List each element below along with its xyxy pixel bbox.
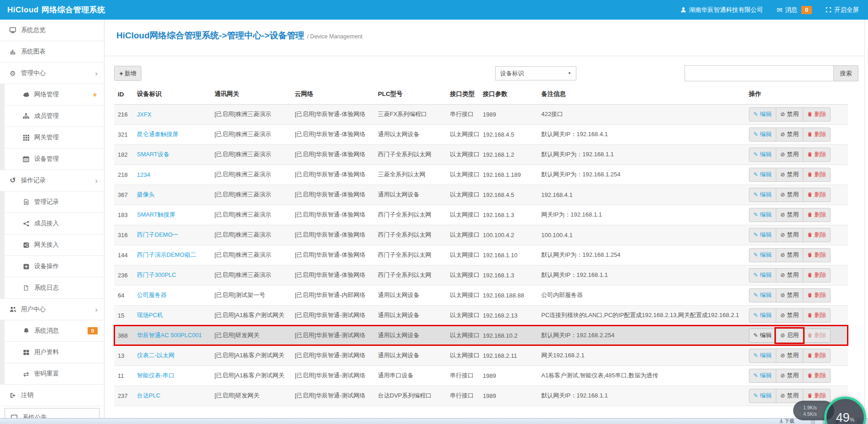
disable-button[interactable]: ⊘禁用	[776, 107, 803, 122]
device-name-link[interactable]: 摄像头	[137, 191, 155, 198]
table-row: 182SMART设备[已启用]株洲三菱演示[已启用]华辰智通-体验网络西门子全系…	[114, 144, 848, 164]
device-gateway: [已启用]研发网关	[214, 392, 259, 399]
disable-button[interactable]: ⊘禁用	[776, 168, 803, 182]
sidebar-item-label: 系统日志	[34, 284, 59, 292]
sidebar-item[interactable]: 系统消息0	[0, 320, 104, 342]
edit-button[interactable]: ✎编辑	[749, 329, 776, 343]
device-plc-model: 台达DVP系列编程口	[378, 392, 432, 399]
add-button[interactable]: +新增	[114, 66, 141, 81]
disable-button[interactable]: ⊘禁用	[776, 389, 803, 403]
sidebar-item[interactable]: 网络管理★	[0, 84, 104, 106]
device-gateway: [已启用]株洲三菱演示	[214, 151, 271, 158]
sidebar-item[interactable]: 注销	[0, 385, 104, 406]
disable-button[interactable]: ⊘禁用	[776, 349, 803, 363]
delete-button[interactable]: 删除	[803, 208, 831, 222]
edit-button[interactable]: ✎编辑	[749, 349, 776, 363]
edit-button[interactable]: ✎编辑	[749, 288, 776, 302]
sidebar-item[interactable]: 系统图表	[0, 41, 104, 63]
upload-arrow-icon: ↑	[799, 405, 801, 410]
device-name-link[interactable]: 台达PLC	[137, 392, 160, 399]
edit-button[interactable]: ✎编辑	[749, 228, 776, 242]
sidebar-item-label: 设备操作	[34, 262, 59, 270]
device-cloud-network: [已启用]华辰智通-体验网络	[295, 271, 366, 278]
disable-button[interactable]: ⊘禁用	[776, 188, 803, 202]
delete-button[interactable]: 删除	[803, 268, 831, 282]
sidebar-item[interactable]: 管理记录	[0, 191, 104, 213]
edit-button[interactable]: ✎编辑	[749, 107, 776, 122]
browser-download-item[interactable]: 下载	[779, 418, 795, 424]
sidebar-item[interactable]: 设备管理	[0, 148, 104, 170]
edit-button[interactable]: ✎编辑	[749, 168, 776, 182]
edit-button[interactable]: ✎编辑	[749, 127, 776, 142]
disable-button[interactable]: ⊘禁用	[776, 308, 803, 323]
device-name-link[interactable]: 华辰智通AC 500PLC001	[137, 332, 202, 339]
sidebar-item-label: 用户中心	[21, 305, 46, 313]
sidebar-item[interactable]: 成员接入	[0, 213, 104, 234]
device-note: 192.168.4.1	[541, 191, 573, 198]
delete-button[interactable]: 删除	[803, 188, 831, 202]
device-name-link[interactable]: 智能仪表-串口	[137, 372, 174, 379]
messages-button[interactable]: ✉ 消息 0	[777, 6, 812, 14]
device-name-link[interactable]: JXFX	[137, 111, 152, 118]
edit-button[interactable]: ✎编辑	[749, 369, 776, 383]
disable-button[interactable]: ⊘禁用	[776, 127, 803, 142]
device-name-link[interactable]: SMART设备	[137, 151, 169, 158]
delete-button[interactable]: 删除	[803, 308, 831, 323]
delete-button[interactable]: 删除	[803, 148, 831, 162]
sidebar-item[interactable]: ⚙管理中心›	[0, 63, 104, 84]
edit-button[interactable]: ✎编辑	[749, 389, 776, 403]
disable-button[interactable]: ⊘禁用	[776, 208, 803, 222]
device-plc-model: 通用以太网设备	[378, 191, 419, 198]
sidebar-item[interactable]: 网关管理	[0, 127, 104, 148]
edit-button[interactable]: ✎编辑	[749, 268, 776, 282]
edit-button[interactable]: ✎编辑	[749, 188, 776, 202]
sidebar-item[interactable]: 系统总览	[0, 20, 104, 41]
delete-button[interactable]: 删除	[803, 228, 831, 242]
row-actions: ✎编辑⊘禁用删除	[749, 107, 831, 122]
edit-button[interactable]: ✎编辑	[749, 148, 776, 162]
edit-button[interactable]: ✎编辑	[749, 248, 776, 262]
sidebar-item[interactable]: 用户资料	[0, 342, 104, 363]
sidebar-item[interactable]: 系统日志	[0, 277, 104, 299]
delete-button[interactable]: 删除	[803, 127, 831, 142]
disable-button[interactable]: ⊘禁用	[776, 369, 803, 383]
enable-button[interactable]: ⊘启用	[776, 329, 803, 343]
edit-button[interactable]: ✎编辑	[749, 308, 776, 323]
delete-button[interactable]: 删除	[803, 349, 831, 363]
search-input[interactable]	[685, 65, 834, 81]
disable-button[interactable]: ⊘禁用	[776, 268, 803, 282]
device-name-link[interactable]: 西门子300PLC	[137, 271, 176, 278]
sidebar-item[interactable]: 网关接入	[0, 234, 104, 256]
account-menu[interactable]: 湖南华辰智通科技有限公司	[680, 6, 763, 14]
search-button[interactable]: 搜索	[833, 65, 858, 81]
sidebar-item[interactable]: ⇄密码重置	[0, 363, 104, 385]
disable-button[interactable]: ⊘禁用	[776, 148, 803, 162]
device-plc-model: 三菱FX系列编程口	[378, 111, 427, 117]
delete-button[interactable]: 删除	[803, 248, 831, 262]
calendar-icon	[21, 156, 31, 162]
device-name-link[interactable]: 仪表二-以太网	[137, 352, 174, 359]
sidebar-item[interactable]: 用户中心›	[0, 299, 104, 320]
sidebar-item[interactable]: 设备操作	[0, 256, 104, 277]
disable-button[interactable]: ⊘禁用	[776, 248, 803, 262]
delete-button[interactable]: 删除	[803, 288, 831, 302]
delete-button[interactable]: 删除	[803, 107, 831, 122]
device-name-link[interactable]: 昆仑通泰触摸屏	[137, 131, 178, 138]
delete-button[interactable]: 删除	[803, 168, 831, 182]
device-name-link[interactable]: SMART触摸屏	[137, 211, 175, 218]
device-name-link[interactable]: 西门子演示DEMO箱二	[137, 251, 196, 258]
disable-button[interactable]: ⊘禁用	[776, 288, 803, 302]
delete-button[interactable]: 删除	[803, 329, 831, 343]
device-name-link[interactable]: 西门子DEMO一	[137, 231, 178, 238]
device-name-link[interactable]: 1234	[137, 171, 150, 178]
sidebar-item[interactable]: 成员管理	[0, 106, 104, 127]
device-plc-model: 通用以太网设备	[378, 352, 419, 359]
fullscreen-button[interactable]: 开启全屏	[826, 6, 859, 14]
delete-button[interactable]: 删除	[803, 369, 831, 383]
sidebar-item[interactable]: ↺操作记录›	[0, 170, 104, 191]
filter-select[interactable]: 设备标识 ▼	[495, 66, 576, 80]
edit-button[interactable]: ✎编辑	[749, 208, 776, 222]
disable-button[interactable]: ⊘禁用	[776, 228, 803, 242]
device-name-link[interactable]: 公司服务器	[137, 292, 167, 298]
device-name-link[interactable]: 现场PC机	[137, 312, 163, 318]
